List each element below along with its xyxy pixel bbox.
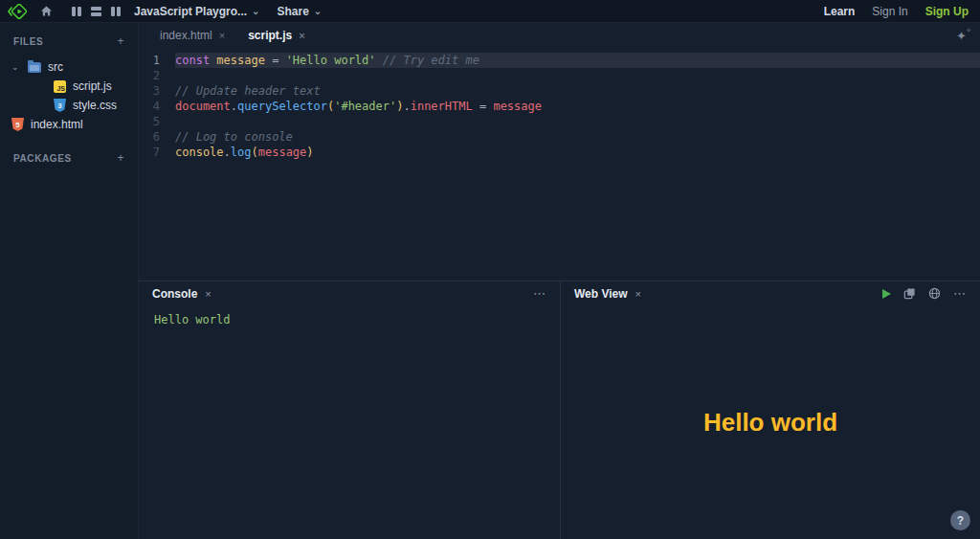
- editor-tab-bar: index.html × script.js × ✦✧: [139, 23, 980, 48]
- sign-in-link[interactable]: Sign In: [872, 5, 907, 18]
- tab-script-js[interactable]: script.js ×: [236, 23, 316, 48]
- chevron-down-icon: ⌄: [314, 7, 322, 16]
- close-icon[interactable]: ×: [299, 30, 304, 41]
- sign-up-link[interactable]: Sign Up: [925, 5, 969, 18]
- console-title: Console: [152, 287, 197, 301]
- webview-content: Hello world: [561, 305, 980, 539]
- files-header-label: FILES: [13, 36, 43, 47]
- add-file-button[interactable]: +: [117, 34, 124, 48]
- webview-panel: Web View × ⋯ Hello wor: [560, 281, 980, 539]
- project-title-dropdown[interactable]: JavaScript Playgro... ⌄: [134, 5, 259, 18]
- code-line[interactable]: 1const message = 'Hello world' // Try ed…: [139, 53, 980, 68]
- file-label: style.css: [73, 99, 117, 112]
- add-package-button[interactable]: +: [117, 151, 124, 165]
- code-line[interactable]: 2: [139, 68, 980, 83]
- folder-label: src: [48, 60, 63, 74]
- more-options-icon[interactable]: ⋯: [953, 286, 967, 301]
- code-editor: index.html × script.js × ✦✧ 1const messa…: [139, 23, 980, 281]
- files-section-header: FILES +: [0, 31, 138, 52]
- line-number: 7: [139, 145, 175, 160]
- close-icon[interactable]: ×: [219, 30, 225, 41]
- file-tree: ⌄ src JS script.js 3 style.css 5 index.h…: [0, 57, 138, 134]
- line-number: 2: [139, 68, 175, 83]
- console-output: Hello world: [139, 305, 560, 334]
- project-title: JavaScript Playgro...: [134, 5, 247, 18]
- copy-icon[interactable]: [903, 287, 916, 300]
- file-sidebar: FILES + ⌄ src JS script.js 3 style.css 5…: [0, 23, 139, 539]
- line-number: 4: [139, 99, 175, 114]
- packages-header-label: PACKAGES: [13, 153, 72, 164]
- share-button[interactable]: Share ⌄: [277, 5, 322, 18]
- tree-item-script-js[interactable]: JS script.js: [0, 77, 138, 96]
- code-line[interactable]: 7console.log(message): [139, 145, 980, 160]
- code-line[interactable]: 3// Update header text: [139, 83, 980, 99]
- layout-split-icon[interactable]: [111, 7, 121, 16]
- sparkle-format-icon[interactable]: ✦✧: [956, 29, 970, 43]
- tab-label: script.js: [248, 29, 292, 42]
- tab-label: index.html: [160, 29, 212, 42]
- code-line[interactable]: 4document.querySelector('#header').inner…: [139, 99, 980, 114]
- learn-link[interactable]: Learn: [824, 5, 856, 18]
- line-number: 3: [139, 83, 175, 99]
- rendered-header-text: Hello world: [703, 408, 837, 438]
- console-panel: Console × ⋯ Hello world: [139, 281, 560, 539]
- code-lines[interactable]: 1const message = 'Hello world' // Try ed…: [139, 48, 980, 281]
- file-label: script.js: [73, 79, 112, 93]
- layout-rows-icon[interactable]: [91, 7, 101, 16]
- console-header: Console × ⋯: [139, 281, 560, 305]
- javascript-file-icon: JS: [54, 80, 66, 93]
- code-line[interactable]: 5: [139, 114, 980, 129]
- share-label: Share: [277, 5, 308, 18]
- globe-icon[interactable]: [928, 287, 941, 300]
- line-number: 5: [139, 114, 175, 129]
- tree-item-index-html[interactable]: 5 index.html: [0, 115, 138, 134]
- more-options-icon[interactable]: ⋯: [533, 286, 546, 301]
- html-file-icon: 5: [11, 118, 24, 131]
- close-icon[interactable]: ×: [635, 288, 641, 300]
- tree-item-src-folder[interactable]: ⌄ src: [0, 57, 138, 77]
- file-label: index.html: [31, 118, 83, 131]
- app-logo-icon[interactable]: [8, 4, 27, 19]
- line-number: 6: [139, 129, 175, 145]
- webview-title: Web View: [574, 287, 628, 301]
- packages-section-header: PACKAGES +: [0, 147, 138, 168]
- tab-index-html[interactable]: index.html ×: [148, 23, 236, 48]
- code-line[interactable]: 6// Log to console: [139, 129, 980, 145]
- line-number: 1: [139, 53, 175, 68]
- help-button[interactable]: ?: [950, 510, 970, 530]
- close-icon[interactable]: ×: [205, 288, 211, 300]
- run-icon[interactable]: [882, 289, 891, 299]
- webview-header: Web View × ⋯: [561, 281, 980, 305]
- css-file-icon: 3: [54, 99, 66, 112]
- home-icon[interactable]: [40, 5, 53, 17]
- chevron-down-icon: ⌄: [252, 7, 259, 16]
- chevron-down-icon: ⌄: [11, 62, 21, 72]
- folder-icon: [28, 62, 41, 73]
- top-bar: JavaScript Playgro... ⌄ Share ⌄ Learn Si…: [0, 0, 980, 23]
- layout-columns-icon[interactable]: [72, 7, 81, 16]
- tree-item-style-css[interactable]: 3 style.css: [0, 96, 138, 115]
